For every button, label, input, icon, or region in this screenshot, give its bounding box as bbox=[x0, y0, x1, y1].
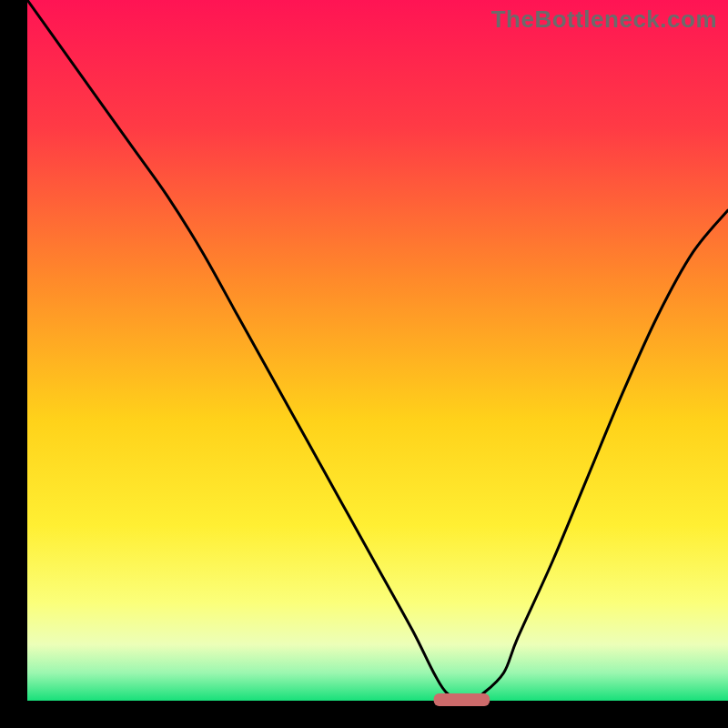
optimal-marker bbox=[434, 693, 490, 706]
chart-svg bbox=[0, 0, 728, 728]
watermark-text: TheBottleneck.com bbox=[491, 5, 717, 34]
plot-background bbox=[27, 0, 728, 701]
bottleneck-chart: TheBottleneck.com bbox=[0, 0, 728, 728]
